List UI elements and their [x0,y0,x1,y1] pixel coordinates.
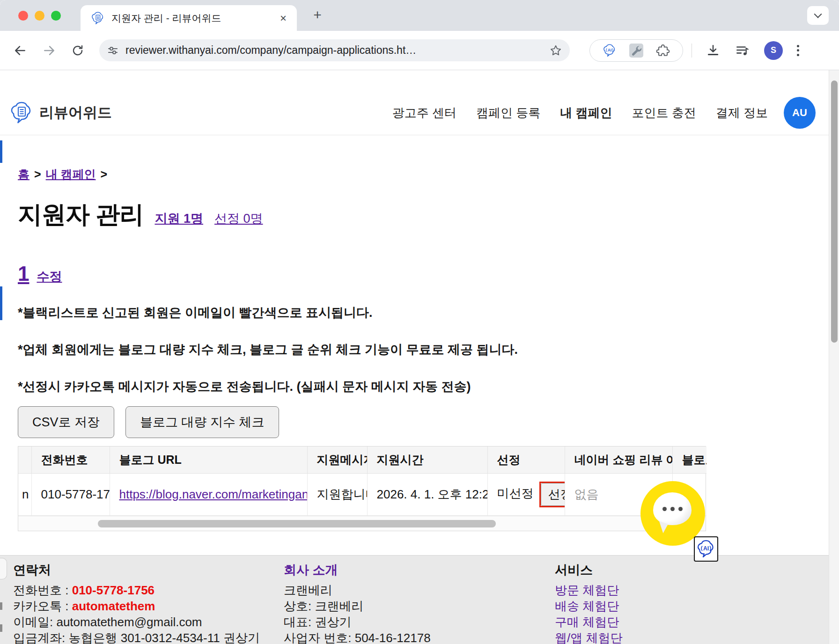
footer-link-visit[interactable]: 방문 체험단 [555,582,622,598]
nav-campaign-register[interactable]: 캠페인 등록 [476,105,540,121]
macos-fullscreen-button[interactable] [51,11,61,21]
tab-search-button[interactable] [807,6,829,25]
footer-link-webapp[interactable]: 웹/앱 체험단 [555,630,622,644]
selected-count-link[interactable]: 선정 0명 [214,210,263,227]
clipped-left-widget-fragment [0,140,2,163]
ai-widget-badge[interactable]: AI [694,536,718,562]
svg-text:AI: AI [703,545,709,552]
breadcrumb-separator: > [34,168,41,181]
footer-link-purchase[interactable]: 구매 체험단 [555,614,622,630]
macos-minimize-button[interactable] [35,11,44,21]
nav-my-campaigns[interactable]: 내 캠페인 [560,105,612,121]
back-button[interactable] [13,44,27,58]
tab-title: 지원자 관리 - 리뷰어위드 [111,12,277,25]
forward-arrow-icon [42,44,56,58]
reload-icon [71,44,84,57]
reload-button[interactable] [71,44,84,57]
clipped-left-widget-tick-2 [0,624,2,632]
breadcrumb-separator-2: > [101,168,108,181]
footer-company-biznum: 사업자 번호: 504-16-12178 [284,630,431,644]
col-clipped [18,446,31,473]
nav-point-charge[interactable]: 포인트 충전 [632,105,696,121]
browser-profile-avatar[interactable]: S [764,41,783,60]
tab-close-icon[interactable]: × [277,12,289,25]
cell-phone: 010-5778-1756 [31,473,110,515]
wrench-extension-icon[interactable] [629,44,643,58]
blog-bulk-check-button[interactable]: 블로그 대량 지수 체크 [125,406,279,438]
save-csv-button[interactable]: CSV로 저장 [18,406,114,438]
nav-payment-info[interactable]: 결제 정보 [716,105,768,121]
extensions-pill: AI [589,39,683,62]
macos-close-button[interactable] [18,11,28,21]
chevron-down-icon [814,10,822,18]
svg-text:AI: AI [608,48,612,52]
site-settings-tune-icon[interactable] [107,44,119,57]
browser-menu-button[interactable] [797,45,799,56]
footer-company-name: 크랜베리 [284,582,431,598]
brand-name[interactable]: 리뷰어위드 [39,103,112,123]
site-header: 리뷰어위드 광고주 센터 캠페인 등록 내 캠페인 포인트 충전 결제 정보 A… [0,70,839,135]
browser-tab[interactable]: 지원자 관리 - 리뷰어위드 × [81,5,297,31]
browser-toolbar: reviewer.withanyai.com/company/campaign-… [0,31,839,70]
brand-logo[interactable]: 리뷰어위드 [9,101,112,125]
action-buttons: CSV로 저장 블로그 대량 지수 체크 [18,406,279,438]
cell-message: 지원합니다. [307,473,367,515]
url-text[interactable]: reviewer.withanyai.com/company/campaign-… [125,44,549,57]
col-applied-at: 지원시간 [367,446,487,473]
campaign-id-link[interactable]: 1 [18,262,29,285]
footer-email-line: 이메일: automatethem@gmail.com [13,614,260,630]
media-controls-button[interactable] [735,44,749,58]
vertical-scrollbar-thumb[interactable] [831,80,838,343]
edit-link[interactable]: 수정 [37,268,62,285]
bookmark-star-icon[interactable] [549,44,562,57]
playlist-music-icon [735,44,749,58]
campaign-row: 1 수정 [18,262,62,285]
col-message: 지원메시지 [307,446,367,473]
title-row: 지원자 관리 지원 1명 선정 0명 [18,198,263,231]
forward-button[interactable] [42,44,56,58]
download-icon [706,44,720,58]
select-button-highlight: 선정 [539,482,565,507]
breadcrumb: 홈>내 캠페인> [18,167,112,182]
cell-clipped: n [18,473,31,515]
select-button[interactable]: 선정 [541,483,565,506]
user-avatar[interactable]: AU [784,97,816,129]
downloads-button[interactable] [706,44,720,58]
clipped-left-widget-tick [0,602,2,610]
address-bar[interactable]: reviewer.withanyai.com/company/campaign-… [99,39,570,61]
breadcrumb-home-link[interactable]: 홈 [18,168,29,181]
clipped-left-widget-fragment-2 [0,286,2,320]
table-row: n 010-5778-1756 https://blog.naver.com/m… [18,473,707,515]
new-tab-button[interactable]: + [308,6,327,24]
footer-services-heading: 서비스 [555,562,622,578]
extensions-puzzle-icon[interactable] [656,44,670,58]
clipped-left-widget-fragment-3 [0,558,7,579]
ai-extension-icon[interactable]: AI [603,44,617,58]
notice-list: *블랙리스트로 신고된 회원은 이메일이 빨간색으로 표시됩니다. *업체 회원… [18,304,518,415]
breadcrumb-my-campaigns-link[interactable]: 내 캠페인 [46,168,96,181]
footer-phone-label: 전화번호 : [13,583,72,597]
footer-kakao-label: 카카오톡 : [13,599,72,613]
notice-blacklist: *블랙리스트로 신고된 회원은 이메일이 빨간색으로 표시됩니다. [18,304,518,321]
brand-favicon-brain-icon [91,11,105,25]
nav-advertiser-center[interactable]: 광고주 센터 [392,105,456,121]
speech-bubble-icon [653,492,692,525]
col-blog-clipped: 블로그 [672,446,707,473]
table-horizontal-scrollbar[interactable] [18,516,706,531]
footer-company-link[interactable]: 회사 소개 [284,563,338,577]
horizontal-scrollbar-thumb[interactable] [98,520,496,527]
page-vertical-scrollbar[interactable] [829,70,839,644]
footer-company-ceo: 대표: 권상기 [284,614,431,630]
cell-applied-at: 2026. 4. 1. 오후 12:28:58 [367,473,487,515]
footer-kakao-value: automatethem [72,599,155,613]
toolbar-divider [692,44,692,58]
col-selection: 선정 [487,446,565,473]
brand-brain-icon [9,101,34,125]
site-footer: 연락처 전화번호 : 010-5778-1756 카카오톡 : automate… [0,555,839,644]
footer-link-delivery[interactable]: 배송 체험단 [555,598,622,614]
applied-count-link[interactable]: 지원 1명 [155,210,203,227]
notice-free-features: *업체 회원에게는 블로그 대량 지수 체크, 블로그 글 순위 체크 기능이 … [18,341,518,358]
footer-phone-value: 010-5778-1756 [72,583,155,597]
main-nav: 광고주 센터 캠페인 등록 내 캠페인 포인트 충전 결제 정보 [392,105,768,121]
blog-url-link[interactable]: https://blog.naver.com/marketinganywhere [119,487,308,501]
